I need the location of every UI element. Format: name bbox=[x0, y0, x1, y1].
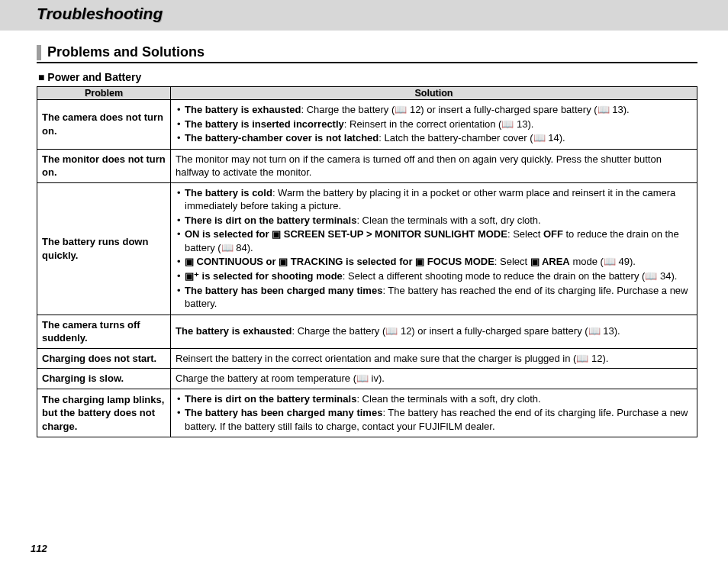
solution-cell: The battery is cold: Warm the battery by… bbox=[171, 182, 697, 315]
problem-cell: Charging does not start. bbox=[37, 348, 171, 369]
solution-bullet: ON is selected for ▣ SCREEN SET-UP > MON… bbox=[177, 227, 692, 254]
problem-cell: Charging is slow. bbox=[37, 369, 171, 389]
section-title: Problems and Solutions bbox=[47, 44, 205, 60]
problem-cell: The camera turns off suddenly. bbox=[37, 315, 171, 348]
table-row: The monitor does not turn on.The monitor… bbox=[37, 149, 697, 182]
section-heading: Problems and Solutions bbox=[37, 44, 697, 63]
solution-cell: Reinsert the battery in the correct orie… bbox=[171, 348, 697, 369]
solution-bullet: There is dirt on the battery terminals: … bbox=[177, 392, 692, 406]
page-header: Troubleshooting bbox=[0, 0, 728, 31]
table-row: The battery runs down quickly.The batter… bbox=[37, 182, 697, 315]
solution-bullet: The battery has been charged many times:… bbox=[177, 284, 692, 311]
problem-cell: The monitor does not turn on. bbox=[37, 149, 171, 182]
col-header-problem: Problem bbox=[37, 87, 171, 100]
solution-cell: There is dirt on the battery terminals: … bbox=[171, 389, 697, 437]
problem-cell: The charging lamp blinks, but the batter… bbox=[37, 389, 171, 437]
table-row: Charging is slow.Charge the battery at r… bbox=[37, 369, 697, 389]
solution-bullet: The battery is inserted incorrectly: Rei… bbox=[177, 118, 692, 131]
section-accent-bar bbox=[37, 45, 41, 60]
solution-bullet: ▣ CONTINUOUS or ▣ TRACKING is selected f… bbox=[177, 255, 692, 269]
header-title: Troubleshooting bbox=[37, 5, 728, 23]
troubleshooting-table: Problem Solution The camera does not tur… bbox=[37, 86, 697, 437]
table-row: The charging lamp blinks, but the batter… bbox=[37, 389, 697, 437]
solution-cell: The battery is exhausted: Charge the bat… bbox=[171, 100, 697, 150]
page-content: Problems and Solutions Power and Battery… bbox=[0, 31, 728, 437]
col-header-solution: Solution bbox=[171, 87, 697, 100]
solution-bullet: The battery has been charged many times:… bbox=[177, 406, 692, 433]
table-row: Charging does not start.Reinsert the bat… bbox=[37, 348, 697, 369]
solution-bullet: The battery is exhausted: Charge the bat… bbox=[177, 103, 692, 117]
solution-cell: Charge the battery at room temperature (… bbox=[171, 369, 697, 389]
solution-bullet: The battery-chamber cover is not latched… bbox=[177, 131, 692, 145]
table-row: The camera turns off suddenly.The batter… bbox=[37, 315, 697, 348]
solution-cell: The monitor may not turn on if the camer… bbox=[171, 149, 697, 182]
solution-bullet: ▣⁺ is selected for shooting mode: Select… bbox=[177, 269, 692, 283]
table-row: The camera does not turn on.The battery … bbox=[37, 100, 697, 150]
solution-cell: The battery is exhausted: Charge the bat… bbox=[171, 315, 697, 348]
solution-bullet: The battery is cold: Warm the battery by… bbox=[177, 186, 692, 213]
problem-cell: The battery runs down quickly. bbox=[37, 182, 171, 315]
subsection-title: Power and Battery bbox=[38, 71, 697, 83]
problem-cell: The camera does not turn on. bbox=[37, 100, 171, 150]
page-number: 112 bbox=[31, 543, 47, 554]
solution-bullet: There is dirt on the battery terminals: … bbox=[177, 214, 692, 227]
